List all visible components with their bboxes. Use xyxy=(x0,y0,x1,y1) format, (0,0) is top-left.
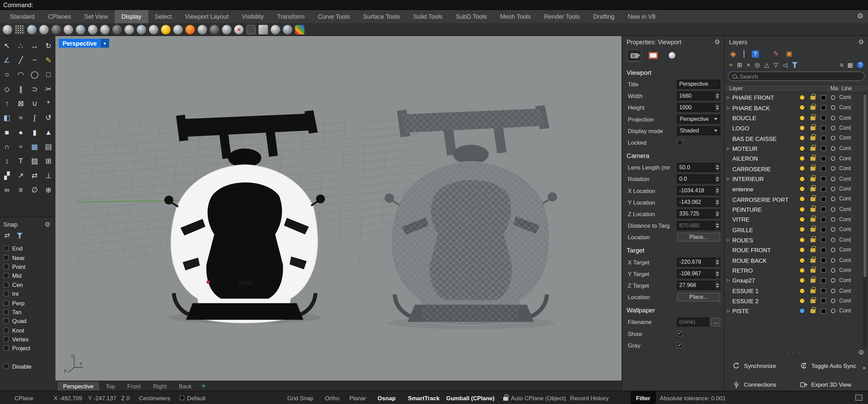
layer-row-essuie-1[interactable]: ESSUIE 1Cont xyxy=(725,286,868,296)
status-units[interactable]: Centimeters xyxy=(139,391,170,404)
layer-material-icon[interactable] xyxy=(831,95,835,100)
mirror-tool-icon[interactable]: ⇄ xyxy=(29,169,41,181)
menu-tab-standard[interactable]: Standard xyxy=(3,10,41,23)
layer-color-swatch[interactable] xyxy=(821,166,826,171)
circle-tool-icon[interactable]: ○ xyxy=(1,68,13,80)
layer-linetype[interactable]: Cont xyxy=(839,135,851,141)
filter-icon[interactable] xyxy=(792,62,798,68)
move-tool-icon[interactable]: ↔ xyxy=(29,39,41,52)
expand-icon[interactable]: ▷ xyxy=(727,278,732,283)
layer-visibility-bulb-icon[interactable] xyxy=(800,106,804,110)
layer-material-icon[interactable] xyxy=(831,106,835,110)
raytraced-display-icon[interactable] xyxy=(137,25,146,34)
osnap-item-mid[interactable]: Mid xyxy=(3,271,55,280)
layer-material-icon[interactable] xyxy=(831,238,835,242)
expand-icon[interactable]: ▷ xyxy=(727,106,732,110)
ellipse-tool-icon[interactable]: ◯ xyxy=(29,68,41,80)
perpendicular-tool-icon[interactable]: ⊥ xyxy=(42,169,55,181)
layer-color-swatch[interactable] xyxy=(821,288,826,293)
command-bar[interactable]: Command: xyxy=(0,0,868,10)
layer-color-swatch[interactable] xyxy=(821,115,826,120)
layer-visibility-bulb-icon[interactable] xyxy=(800,116,804,120)
location-button[interactable]: Place... xyxy=(677,292,720,301)
filename-browse-button[interactable]: ... xyxy=(711,317,720,326)
layer-row-boucle[interactable]: BOUCLECont xyxy=(725,113,868,123)
sun-orange-icon[interactable] xyxy=(185,25,195,34)
spin-down-icon[interactable] xyxy=(715,108,719,110)
layer-color-swatch[interactable] xyxy=(821,258,826,263)
hatch-tool-icon[interactable]: ▨ xyxy=(29,155,41,167)
layer-lock-icon[interactable] xyxy=(811,96,816,100)
layer-row-bas-de-caisse[interactable]: BAS DE CAISSECont xyxy=(725,133,868,143)
color-picker-icon[interactable] xyxy=(295,25,305,34)
osnap-item-vertex[interactable]: Vertex xyxy=(3,335,55,344)
properties-gear-icon[interactable]: ⚙ xyxy=(714,39,720,46)
sphere-tool-icon[interactable]: ● xyxy=(15,126,27,138)
layers-help-icon[interactable]: ? xyxy=(857,62,864,68)
box-edit-panel-tab[interactable]: ▣ xyxy=(786,50,792,57)
layer-visibility-bulb-icon[interactable] xyxy=(800,258,804,262)
expand-icon[interactable]: ▷ xyxy=(727,309,732,313)
layer-color-swatch[interactable] xyxy=(821,95,826,100)
layer-linetype[interactable]: Cont xyxy=(839,155,851,161)
lens-length-mr-input[interactable] xyxy=(677,163,715,172)
filename-input[interactable] xyxy=(677,317,709,326)
layer-name[interactable]: ESSUIE 2 xyxy=(732,297,798,304)
status-panel-icon[interactable] xyxy=(855,394,863,401)
layer-name[interactable]: entenne xyxy=(732,186,798,193)
spin-down-icon[interactable] xyxy=(715,168,719,169)
osnap-checkbox[interactable] xyxy=(3,318,9,324)
viewport-tab-front[interactable]: Front xyxy=(122,382,146,390)
grid-options-icon[interactable] xyxy=(15,25,24,34)
viewport-tab-perspective[interactable]: Perspective xyxy=(57,382,99,390)
layers-menu-icon[interactable]: ≡ xyxy=(840,62,843,68)
layer-color-swatch[interactable] xyxy=(821,278,826,283)
surface-tool-icon[interactable]: ◧ xyxy=(1,111,13,124)
y-target-spinner[interactable] xyxy=(715,269,720,278)
menu-tab-select[interactable]: Select xyxy=(148,10,178,23)
spin-up-icon[interactable] xyxy=(715,188,719,190)
layer-visibility-bulb-icon[interactable] xyxy=(800,289,804,293)
viewport-tab-top[interactable]: Top xyxy=(100,382,120,390)
layer-visibility-bulb-icon[interactable] xyxy=(800,95,804,100)
layer-color-swatch[interactable] xyxy=(821,237,826,242)
layer-name[interactable]: VITRE xyxy=(732,216,798,223)
layer-row-grille[interactable]: GRILLECont xyxy=(725,225,868,235)
layer-lock-icon[interactable] xyxy=(811,157,816,161)
annotate-panel-tab[interactable]: ✎ xyxy=(773,50,779,57)
layer-linetype[interactable]: Cont xyxy=(839,216,851,222)
layer-row-essuie-2[interactable]: ESSUIE 2Cont xyxy=(725,296,868,306)
osnap-checkbox[interactable] xyxy=(3,336,9,342)
layer-name[interactable]: ROUES xyxy=(732,237,798,243)
layer-linetype[interactable]: Cont xyxy=(839,115,851,121)
layer-visibility-bulb-icon[interactable] xyxy=(800,146,804,150)
layer-lock-icon[interactable] xyxy=(811,228,816,232)
expand-icon[interactable]: ▷ xyxy=(727,238,732,242)
environment-icon[interactable] xyxy=(198,25,207,34)
shaded-car-model[interactable] xyxy=(161,98,327,325)
x-target-spinner[interactable] xyxy=(715,257,720,266)
osnap-checkbox[interactable] xyxy=(3,300,9,306)
line-tool-icon[interactable]: ╱ xyxy=(15,54,27,66)
more-buttons-chevrons[interactable]: » xyxy=(863,364,866,371)
freeform-curve-tool-icon[interactable]: ~ xyxy=(29,54,41,66)
focal-blur-icon[interactable] xyxy=(210,25,219,34)
status-grid-snap[interactable]: Grid Snap xyxy=(287,391,313,404)
viewport-title[interactable]: Perspective xyxy=(59,39,101,48)
layer-visibility-bulb-icon[interactable] xyxy=(800,177,804,181)
layer-visibility-bulb-icon[interactable] xyxy=(800,298,804,303)
osnap-item-int[interactable]: Int xyxy=(3,289,55,298)
spin-up-icon[interactable] xyxy=(715,165,719,166)
layer-name[interactable]: Group27 xyxy=(732,277,798,284)
osnap-checkbox[interactable] xyxy=(3,264,9,269)
synchronize-button[interactable]: Synchronize xyxy=(732,360,800,372)
osnap-toggle-icon[interactable]: ⇄ xyxy=(4,232,10,240)
layer-linetype[interactable]: Cont xyxy=(839,287,851,293)
fillet-tool-icon[interactable]: ⊃ xyxy=(29,83,41,95)
spin-down-icon[interactable] xyxy=(715,214,719,216)
osnap-checkbox[interactable] xyxy=(3,273,9,278)
select-tool-icon[interactable]: ↖ xyxy=(1,39,13,52)
layer-material-icon[interactable] xyxy=(831,309,835,313)
menu-tab-render-tools[interactable]: Render Tools xyxy=(538,10,586,23)
menu-tab-drafting[interactable]: Drafting xyxy=(586,10,621,23)
